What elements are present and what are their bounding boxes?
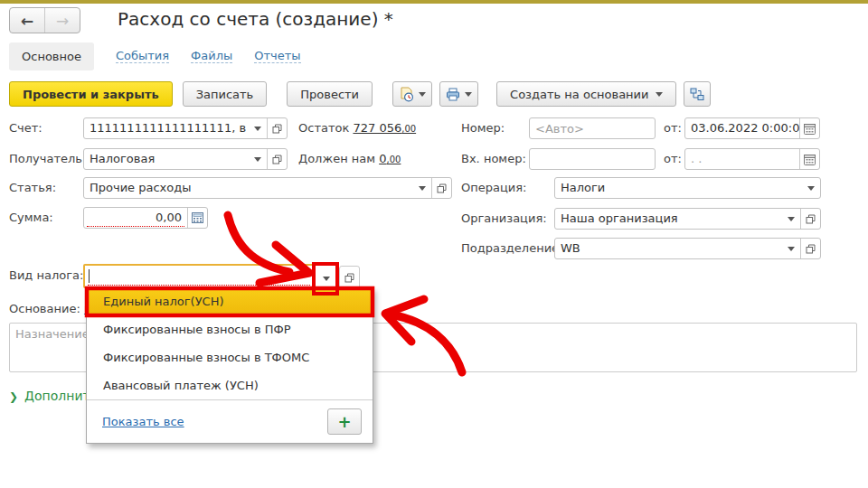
tab-main[interactable]: Основное [9, 42, 94, 70]
payee-dropdown-button[interactable] [249, 149, 267, 169]
amount-calculator-button[interactable] [187, 208, 207, 228]
dropdown-item-highlighted[interactable]: Единый налог(УСН) [87, 288, 373, 315]
incoming-date-field: . . [684, 148, 820, 170]
item-field: Прочие расходы [83, 177, 452, 199]
incoming-date-input[interactable]: . . [685, 149, 799, 169]
organization-open-button[interactable] [800, 209, 820, 229]
organization-dropdown-button[interactable] [782, 209, 800, 229]
tax-type-dropdown-list: Единый налог(УСН) Фиксированные взносы в… [86, 287, 373, 444]
department-dropdown-button[interactable] [782, 239, 800, 258]
chevron-right-icon: ❯ [9, 390, 18, 403]
expense-document-window: ← → Расход со счета (создание) * Основно… [0, 0, 868, 488]
balance-decimals: ,00 [401, 124, 416, 134]
show-all-link[interactable]: Показать все [102, 415, 184, 428]
dropdown-item[interactable]: Фиксированные взносы в ТФОМС [87, 343, 373, 371]
incoming-number-input[interactable] [529, 148, 656, 170]
payee-open-button[interactable] [267, 149, 287, 169]
open-icon [344, 273, 354, 283]
print-menu-button[interactable] [439, 81, 478, 107]
amount-value: 0,00 [156, 211, 182, 224]
incoming-date-calendar-button[interactable] [799, 149, 819, 169]
owed-link[interactable]: 0,00 [379, 152, 401, 165]
item-input[interactable]: Прочие расходы [84, 178, 413, 198]
amount-field: 0,00 [83, 207, 208, 229]
department-label: Подразделение: [461, 241, 562, 255]
tax-type-open-button[interactable] [339, 266, 360, 289]
organization-input[interactable]: Наша организация [555, 209, 782, 229]
date-input[interactable]: 03.06.2022 0:00:00 [685, 118, 799, 138]
calendar-icon [804, 123, 816, 135]
item-label: Статья: [9, 181, 56, 194]
basis-label: Основание: в [9, 302, 91, 315]
account-input[interactable]: 1111111111111111111, в ГОРНС [84, 118, 249, 138]
tax-type-input[interactable] [83, 264, 315, 288]
tax-type-dropdown-button[interactable] [316, 267, 336, 289]
dropdown-item[interactable]: Авансовый платеж (УСН) [87, 371, 373, 399]
chevron-down-icon [788, 247, 795, 251]
nav-history-group: ← → [9, 7, 80, 33]
owed-label: Должен нам [298, 152, 375, 165]
chevron-down-icon [465, 92, 472, 97]
owed-info: Должен нам 0,00 [298, 152, 401, 165]
department-field: WB [554, 238, 821, 259]
owed-decimals: ,00 [386, 155, 401, 164]
item-open-button[interactable] [431, 178, 451, 198]
add-new-button[interactable]: + [327, 408, 362, 435]
date-label: от: [664, 121, 682, 135]
payee-field: Налоговая [83, 148, 288, 170]
chevron-down-icon [254, 157, 261, 162]
operation-input[interactable]: Налоги [555, 178, 802, 198]
payee-label: Получатель: [9, 152, 86, 165]
chevron-down-icon [419, 186, 426, 191]
create-based-on-label: Создать на основании [510, 88, 648, 101]
account-label: Счет: [9, 121, 42, 135]
organization-field: Наша организация [554, 208, 821, 230]
back-button[interactable]: ← [10, 8, 45, 33]
document-clock-icon [399, 87, 414, 102]
item-dropdown-button[interactable] [413, 178, 431, 198]
department-open-button[interactable] [800, 239, 820, 258]
chevron-down-icon [254, 127, 261, 131]
write-button[interactable]: Записать [183, 81, 268, 107]
open-icon [272, 124, 282, 134]
dropdown-footer: Показать все + [87, 399, 373, 443]
operation-field: Налоги [554, 177, 821, 199]
chevron-down-icon [807, 186, 815, 191]
page-title: Расход со счета (создание) * [118, 8, 393, 30]
printer-icon [446, 88, 460, 101]
posting-menu-button[interactable] [392, 81, 432, 107]
tax-type-label: Вид налога: [9, 268, 83, 282]
create-based-on-button[interactable]: Создать на основании [496, 81, 675, 107]
account-open-button[interactable] [267, 118, 287, 138]
forward-arrow-icon: → [56, 12, 69, 30]
balance-link[interactable]: 727 056,00 [353, 121, 416, 135]
date-field: 03.06.2022 0:00:00 [684, 117, 820, 139]
incoming-date-label: от: [664, 152, 682, 165]
account-dropdown-button[interactable] [249, 118, 267, 138]
operation-dropdown-button[interactable] [802, 178, 820, 198]
post-and-close-button[interactable]: Провести и закрыть [9, 81, 173, 107]
document-structure-button[interactable] [684, 81, 711, 107]
organization-label: Организация: [461, 211, 547, 225]
calculator-icon [192, 212, 203, 223]
department-input[interactable]: WB [555, 239, 782, 258]
amount-label: Сумма: [9, 211, 53, 224]
tab-files[interactable]: Файлы [191, 49, 232, 63]
calendar-icon [804, 154, 816, 165]
tab-reports[interactable]: Отчеты [254, 49, 300, 63]
forward-button[interactable]: → [45, 8, 80, 33]
chevron-down-icon [323, 277, 330, 281]
date-calendar-button[interactable] [799, 118, 819, 138]
post-button[interactable]: Провести [287, 81, 373, 107]
payee-input[interactable]: Налоговая [84, 149, 249, 169]
amount-input[interactable]: 0,00 [84, 208, 187, 228]
tab-events[interactable]: События [116, 49, 169, 63]
structure-icon [690, 88, 704, 101]
balance-info: Остаток 727 056,00 [298, 121, 416, 135]
chevron-down-icon [788, 217, 795, 221]
required-marker [88, 285, 310, 286]
number-input[interactable] [529, 117, 656, 139]
basis-label-text: Основание: [9, 302, 80, 315]
incoming-number-label: Вх. номер: [461, 152, 526, 165]
dropdown-item[interactable]: Фиксированные взносы в ПФР [87, 315, 373, 343]
